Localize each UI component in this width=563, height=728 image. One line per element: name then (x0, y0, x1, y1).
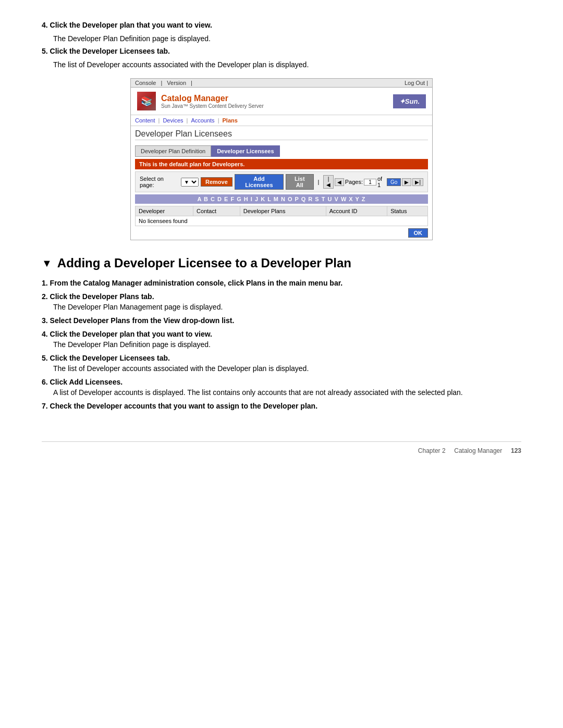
step5-text-section: The list of Developer accounts associate… (53, 364, 521, 373)
list-all-button[interactable]: List All (286, 174, 314, 190)
last-page-button[interactable]: ▶| (412, 178, 423, 186)
page-divider (135, 140, 428, 140)
app-header: 📚 Catalog Manager Sun Java™ System Conte… (131, 88, 432, 115)
separator3: | (426, 80, 428, 86)
step5-bold: Click the Developer Licensees tab. (50, 354, 170, 362)
alpha-bar[interactable]: A B C D E F G H I J K L M N O P Q R S T … (135, 194, 428, 204)
separator1: | (161, 80, 162, 86)
col-account-id: Account ID (326, 206, 387, 216)
pre-step5-label: 5. Click the Developer Licensees tab. (42, 47, 521, 55)
col-contact: Contact (193, 206, 240, 216)
step2-text: The Developer Plan Management page is di… (53, 303, 521, 311)
app-title: Catalog Manager (161, 94, 264, 103)
step4-text-section: The Developer Plan Definition page is di… (53, 340, 521, 349)
sun-logo: ✦Sun. (393, 94, 426, 108)
col-status: Status (387, 206, 428, 216)
of-label: of 1 (377, 176, 386, 188)
pagination: |◀ ◀ Pages: of 1 Go ▶ ▶| (323, 175, 423, 189)
top-bar-left: Console | Version | (135, 80, 195, 86)
step1-bold: From the Catalog Manager administration … (50, 279, 343, 287)
table-row: No licensees found (136, 216, 428, 226)
ok-button[interactable]: OK (408, 228, 429, 238)
page-input[interactable] (364, 179, 376, 186)
first-page-button[interactable]: |◀ (323, 175, 333, 189)
ok-row: OK (131, 226, 432, 240)
triangle-icon: ▼ (42, 257, 52, 269)
section-title: Adding a Developer Licensee to a Develop… (57, 256, 351, 270)
tab-developer-licensees[interactable]: Developer Licensees (211, 145, 279, 157)
step7-bold: Check the Developer accounts that you wa… (50, 402, 317, 410)
pre-step4-text: The Developer Plan Definition page is di… (53, 34, 521, 43)
prev-page-button[interactable]: ◀ (335, 178, 344, 186)
step6-text: A list of Developer accounts is displaye… (53, 388, 521, 397)
app-subtitle: Sun Java™ System Content Delivery Server (161, 103, 264, 109)
list-item: 1. From the Catalog Manager administrati… (42, 279, 521, 287)
toolbar: Select on page: ▼ Remove Add Licensees L… (135, 171, 428, 192)
top-bar: Console | Version | Log Out | (131, 79, 432, 88)
list-item: 5. Click the Developer Licensees tab. Th… (42, 354, 521, 373)
col-developer: Developer (136, 206, 193, 216)
app-header-left: 📚 Catalog Manager Sun Java™ System Conte… (137, 92, 264, 110)
col-developer-plans: Developer Plans (240, 206, 326, 216)
app-title-area: Catalog Manager Sun Java™ System Content… (161, 94, 264, 109)
go-button[interactable]: Go (387, 178, 401, 186)
section-heading: ▼ Adding a Developer Licensee to a Devel… (42, 256, 521, 270)
no-data-cell: No licensees found (136, 216, 428, 226)
add-licensees-button[interactable]: Add Licensees (235, 174, 284, 190)
version-link[interactable]: Version (167, 80, 186, 86)
footer-chapter: Chapter 2 (418, 447, 446, 454)
tabs-bar: Developer Plan Definition Developer Lice… (131, 145, 432, 157)
separator2: | (191, 80, 192, 86)
list-item: 7. Check the Developer accounts that you… (42, 402, 521, 410)
page-title-area: Developer Plan Licensees (131, 126, 432, 145)
list-item: 3. Select Developer Plans from the View … (42, 316, 521, 325)
nav-bar: Content | Devices | Accounts | Plans (131, 115, 432, 126)
step2-bold: Click the Developer Plans tab. (50, 292, 154, 301)
nav-content[interactable]: Content (135, 117, 155, 124)
nav-devices[interactable]: Devices (163, 117, 183, 124)
footer-section: Catalog Manager (454, 447, 502, 454)
list-item: 6. Click Add Licensees. A list of Develo… (42, 378, 521, 397)
select-on-page[interactable]: ▼ (181, 178, 199, 187)
nav-accounts[interactable]: Accounts (191, 117, 214, 124)
page-footer: Chapter 2 Catalog Manager 123 (42, 441, 521, 454)
top-bar-right: Log Out | (405, 80, 428, 86)
list-item: 2. Click the Developer Plans tab. The De… (42, 292, 521, 311)
data-table: Developer Contact Developer Plans Accoun… (135, 206, 428, 226)
pre-step5-text: The list of Developer accounts associate… (53, 60, 521, 69)
step4-bold: Click the Developer plan that you want t… (50, 330, 212, 338)
step3-bold: Select Developer Plans from the View dro… (50, 316, 235, 325)
select-label: Select on page: (140, 176, 179, 188)
alert-bar: This is the default plan for Developers. (135, 159, 428, 169)
page-label: Pages: (345, 179, 363, 185)
console-link[interactable]: Console (135, 80, 156, 86)
nav-plans[interactable]: Plans (222, 117, 237, 124)
logout-link[interactable]: Log Out (405, 80, 425, 86)
list-item: 4. Click the Developer plan that you wan… (42, 330, 521, 349)
pre-step4-label: 4. Click the Developer plan that you wan… (42, 21, 521, 29)
screenshot-box: Console | Version | Log Out | 📚 Catalog … (130, 78, 433, 240)
steps-list: 1. From the Catalog Manager administrati… (42, 279, 521, 410)
next-page-button[interactable]: ▶ (402, 178, 411, 186)
step6-bold: Click Add Licensees. (50, 378, 123, 386)
footer-page: 123 (511, 447, 521, 454)
toolbar-separator: | (318, 179, 320, 185)
app-logo-icon: 📚 (137, 92, 156, 110)
remove-button[interactable]: Remove (201, 177, 232, 187)
page-title: Developer Plan Licensees (135, 129, 428, 139)
tab-developer-plan-definition[interactable]: Developer Plan Definition (135, 145, 211, 157)
